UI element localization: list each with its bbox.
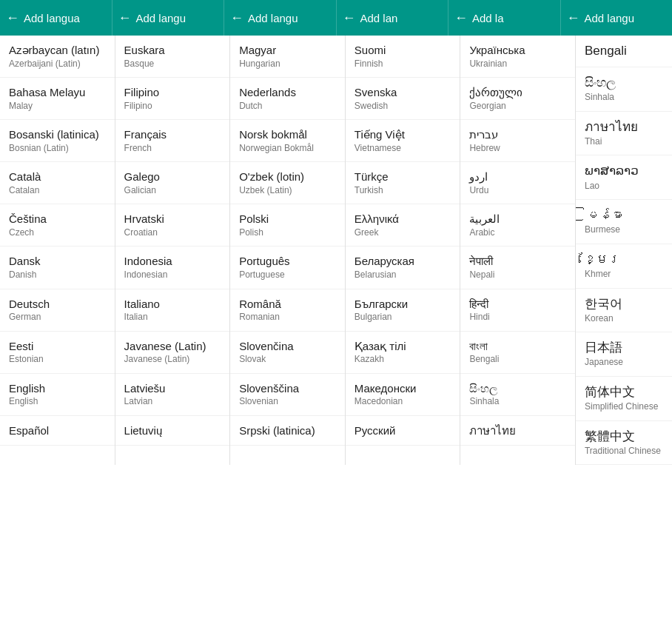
language-native-name: Javanese (Latin): [124, 339, 221, 354]
list-item[interactable]: PolskiPolish: [230, 204, 345, 247]
list-item[interactable]: SuomiFinnish: [346, 36, 460, 78]
list-item[interactable]: IndonesiaIndonesian: [115, 247, 230, 289]
list-item[interactable]: Español: [0, 416, 115, 446]
language-english-name: Kazakh: [355, 354, 451, 366]
list-item[interactable]: CatalàCatalan: [0, 162, 115, 204]
list-item[interactable]: Русский: [346, 416, 460, 446]
language-english-name: Japanese: [585, 357, 663, 369]
list-item[interactable]: Қазақ тіліKazakh: [346, 332, 460, 374]
list-item[interactable]: हिन्दीHindi: [460, 289, 575, 332]
list-item[interactable]: SlovenščinaSlovenian: [230, 374, 345, 416]
list-item[interactable]: ქართულიGeorgian: [460, 78, 575, 120]
language-native-name: Български: [355, 297, 451, 312]
list-item[interactable]: 日本語Japanese: [576, 332, 672, 377]
back-arrow-6[interactable]: ←: [567, 10, 580, 26]
list-item[interactable]: ខ្មែរKhmer: [576, 244, 672, 289]
list-item[interactable]: EnglishEnglish: [0, 374, 115, 416]
list-item[interactable]: 한국어Korean: [576, 289, 672, 333]
language-english-name: Filipino: [124, 101, 221, 113]
language-native-name: 简体中文: [585, 384, 663, 400]
language-native-name: Norsk bokmål: [239, 127, 336, 142]
language-native-name: Slovenščina: [239, 381, 336, 396]
language-english-name: Bosnian (Latin): [9, 143, 106, 155]
list-item[interactable]: DanskDanish: [0, 247, 115, 289]
list-item[interactable]: EestiEstonian: [0, 332, 115, 374]
list-item[interactable]: FilipinoFilipino: [115, 78, 230, 120]
language-english-name: Bengali: [469, 354, 566, 366]
list-item[interactable]: МакедонскиMacedonian: [346, 374, 460, 416]
list-item[interactable]: FrançaisFrench: [115, 120, 230, 162]
list-item[interactable]: PortuguêsPortuguese: [230, 247, 345, 289]
list-item[interactable]: SvenskaSwedish: [346, 78, 460, 120]
header-col-2[interactable]: ←Add langu: [112, 0, 225, 36]
list-item[interactable]: Bengali: [576, 36, 672, 67]
list-item[interactable]: עבריתHebrew: [460, 120, 575, 162]
list-item[interactable]: العربيةArabic: [460, 204, 575, 247]
list-item[interactable]: বাংলাBengali: [460, 332, 575, 374]
language-native-name: Euskara: [124, 43, 221, 58]
list-item[interactable]: БеларускаяBelarusian: [346, 247, 460, 289]
list-item[interactable]: ΕλληνικάGreek: [346, 204, 460, 247]
list-item[interactable]: SlovenčinaSlovak: [230, 332, 345, 374]
header-col-6[interactable]: ←Add langu: [561, 0, 673, 36]
list-item[interactable]: Azərbaycan (latın)Azerbaijani (Latin): [0, 36, 115, 78]
list-item[interactable]: TürkçeTurkish: [346, 162, 460, 204]
list-item[interactable]: नेपालीNepali: [460, 247, 575, 289]
list-item[interactable]: Bosanski (latinica)Bosnian (Latin): [0, 120, 115, 162]
list-item[interactable]: Srpski (latinica): [230, 416, 345, 446]
header-title-1: Add langua: [24, 12, 80, 24]
language-native-name: Română: [239, 297, 336, 312]
list-item[interactable]: 繁體中文Traditional Chinese: [576, 421, 672, 466]
list-item[interactable]: УкраїнськаUkrainian: [460, 36, 575, 78]
back-arrow-2[interactable]: ←: [118, 10, 132, 26]
list-item[interactable]: DeutschGerman: [0, 289, 115, 332]
language-english-name: Sinhala: [469, 396, 566, 408]
list-item[interactable]: ພາສາລາວLao: [576, 155, 672, 200]
list-item[interactable]: Javanese (Latin)Javanese (Latin): [115, 332, 230, 374]
list-item[interactable]: ภาษาไทย: [460, 416, 575, 446]
list-item[interactable]: မြန်မာBurmese: [576, 200, 672, 244]
list-item[interactable]: اردوUrdu: [460, 162, 575, 204]
back-arrow-3[interactable]: ←: [230, 10, 243, 26]
list-item[interactable]: ภาษาไทยThai: [576, 112, 672, 156]
language-native-name: Português: [239, 254, 336, 269]
list-item[interactable]: O'zbek (lotin)Uzbek (Latin): [230, 162, 345, 204]
language-native-name: ภาษาไทย: [585, 119, 663, 135]
list-item[interactable]: NederlandsDutch: [230, 78, 345, 120]
back-arrow-1[interactable]: ←: [6, 10, 19, 26]
list-item[interactable]: ItalianoItalian: [115, 289, 230, 332]
list-item[interactable]: HrvatskiCroatian: [115, 204, 230, 247]
list-item[interactable]: Lietuvių: [115, 416, 230, 446]
language-english-name: Hungarian: [239, 58, 336, 70]
language-english-name: Korean: [585, 313, 663, 325]
list-item[interactable]: GalegoGalician: [115, 162, 230, 204]
list-item[interactable]: MagyarHungarian: [230, 36, 345, 78]
language-native-name: Македонски: [355, 381, 451, 396]
language-english-name: Sinhala: [585, 92, 663, 104]
header-col-1[interactable]: ←Add langua: [0, 0, 112, 36]
list-item[interactable]: 简体中文Simplified Chinese: [576, 377, 672, 421]
list-item[interactable]: EuskaraBasque: [115, 36, 230, 78]
list-item[interactable]: Norsk bokmålNorwegian Bokmål: [230, 120, 345, 162]
list-item[interactable]: БългарскиBulgarian: [346, 289, 460, 332]
header-col-3[interactable]: ←Add langu: [224, 0, 337, 36]
list-item[interactable]: සිංහලSinhala: [460, 374, 575, 416]
language-english-name: Traditional Chinese: [585, 446, 663, 457]
list-item[interactable]: RomânăRomanian: [230, 289, 345, 332]
language-english-name: Czech: [9, 227, 106, 239]
list-item[interactable]: සිංහලSinhala: [576, 67, 672, 112]
header-col-5[interactable]: ←Add la: [448, 0, 561, 36]
language-native-name: Filipino: [124, 85, 221, 100]
back-arrow-4[interactable]: ←: [343, 10, 356, 26]
back-arrow-5[interactable]: ←: [454, 10, 468, 26]
language-native-name: Čeština: [9, 212, 106, 227]
list-item[interactable]: Bahasa MelayuMalay: [0, 78, 115, 120]
language-english-name: Polish: [239, 227, 336, 239]
list-item[interactable]: ČeštinaCzech: [0, 204, 115, 247]
list-item[interactable]: LatviešuLatvian: [115, 374, 230, 416]
list-item[interactable]: Tiếng ViệtVietnamese: [346, 120, 460, 162]
language-native-name: Bahasa Melayu: [9, 85, 106, 100]
language-native-name: English: [9, 381, 106, 396]
header-title-6: Add langu: [585, 12, 635, 24]
header-col-4[interactable]: ←Add lan: [337, 0, 449, 36]
